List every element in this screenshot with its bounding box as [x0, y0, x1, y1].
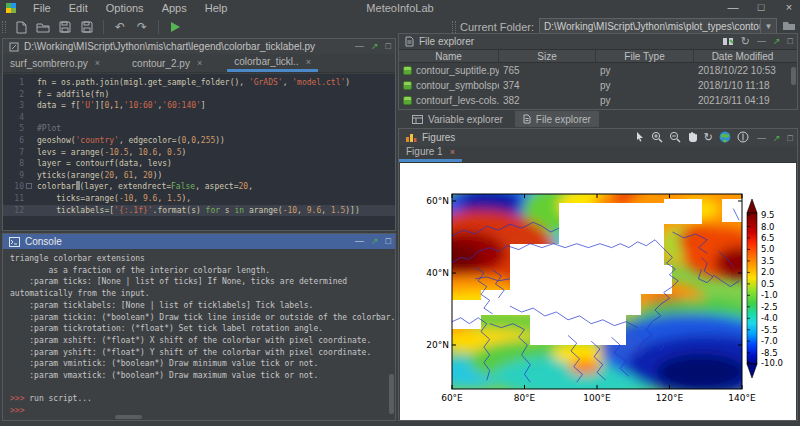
zoom-in-icon[interactable]	[651, 131, 663, 145]
close-icon[interactable]: ×	[450, 147, 455, 157]
console-line: :param ticks: [None | list of ticks] If …	[10, 276, 395, 288]
code-line[interactable]: 1fn = os.path.join(migl.get_sample_folde…	[3, 77, 395, 89]
code-line[interactable]: 9yticks(arange(20, 61, 20))	[3, 170, 395, 182]
maximize-icon[interactable]: □	[386, 237, 391, 246]
colorbar-tick-label: 9.5	[761, 210, 775, 220]
file-table-scrollbar[interactable]	[791, 67, 796, 85]
file-explorer-title: File explorer	[419, 36, 474, 47]
column-date-modified[interactable]: Date Modified	[694, 50, 791, 62]
close-icon[interactable]: ×	[306, 57, 311, 67]
window-maximize-button[interactable]: □	[754, 1, 768, 13]
fold-icon[interactable]	[26, 183, 32, 189]
console-line: as a fraction of the interior colorbar l…	[10, 265, 395, 277]
console-line	[10, 382, 395, 394]
save-as-icon[interactable]	[78, 19, 96, 35]
minimize-icon[interactable]: —	[355, 237, 364, 246]
file-row[interactable]: contour_suptitle.py765py2018/10/22 10:53	[399, 63, 797, 78]
colorbar: 9.5 8.0 6.5 5.0 3.5 2.0 0.5 -1.0 -2.5 -4…	[747, 199, 783, 378]
code-line[interactable]: 3data = f['U'][0,1,'10:60','60:140']	[3, 100, 395, 112]
app-logo-icon	[6, 3, 16, 13]
console-title: Console	[25, 236, 62, 247]
chevron-down-icon[interactable]: ▼	[760, 19, 776, 34]
column-size[interactable]: Size	[499, 50, 596, 62]
file-table[interactable]: contour_suptitle.py765py2018/10/22 10:53…	[399, 63, 797, 111]
maximize-icon[interactable]: □	[386, 42, 391, 51]
new-file-icon[interactable]	[12, 19, 30, 35]
tab-colorbar-ticklabel[interactable]: colorbar_tickl..×	[227, 54, 318, 72]
code-editor[interactable]: 1fn = os.path.join(migl.get_sample_folde…	[3, 74, 395, 230]
colorbar-tick-label: -1.0	[761, 290, 778, 300]
tab-variable-explorer[interactable]: Variable explorer	[404, 111, 511, 127]
code-line[interactable]: 12 ticklabels=['{:.1f}'.format(s) for s …	[3, 205, 395, 217]
data-probe-icon[interactable]	[737, 131, 749, 145]
close-icon[interactable]: ×	[95, 58, 100, 68]
code-line[interactable]: 4	[3, 112, 395, 124]
minimize-icon[interactable]: —	[355, 42, 364, 51]
colorbar-tick-label: 2.0	[761, 267, 775, 277]
pan-hand-icon[interactable]	[687, 131, 698, 145]
open-in-editor-icon[interactable]	[722, 36, 734, 48]
select-cursor-icon[interactable]	[635, 131, 645, 144]
console-horizontal-scrollbar[interactable]	[115, 415, 142, 419]
window-close-button[interactable]: ×	[782, 1, 796, 13]
code-line[interactable]: 7levs = arange(-10.5, 10.6, 0.5)	[3, 147, 395, 159]
editor-title-bar: D:\Working\MIScript\Jython\mis\chart\leg…	[3, 39, 395, 54]
browse-folder-icon[interactable]	[782, 20, 796, 33]
line-number: 3	[3, 100, 24, 112]
code-line[interactable]: 2f = addfile(fn)	[3, 89, 395, 101]
open-folder-icon[interactable]	[34, 19, 52, 35]
undo-icon[interactable]: ↶	[111, 19, 129, 35]
code-line[interactable]: 6geoshow('country', edgecolor=(0,0,255))	[3, 135, 395, 147]
redo-icon[interactable]: ↷	[133, 19, 151, 35]
y-tick-label: 40°N	[426, 268, 449, 278]
globe-icon[interactable]	[719, 131, 731, 145]
column-file-type[interactable]: File Type	[596, 50, 694, 62]
menu-help[interactable]: Help	[196, 1, 237, 15]
file-row[interactable]: contour_symbolspe...374py2018/1/10 11:18	[399, 78, 797, 93]
figures-panel: Figures ↻ — ↗ □ Figure 1×	[398, 128, 798, 421]
menu-options[interactable]: Options	[97, 1, 153, 15]
contour-map-figure[interactable]: 60°E 80°E 100°E 120°E 140°E 60°N 40°N 20…	[400, 163, 796, 420]
maximize-icon[interactable]: □	[788, 37, 793, 46]
code-line[interactable]: 10colorbar(layer, extendrect=False, aspe…	[3, 181, 395, 193]
zoom-out-icon[interactable]	[669, 131, 681, 145]
console-output[interactable]: triangle colorbar extensions as a fracti…	[3, 250, 395, 420]
float-icon[interactable]: ↗	[371, 42, 379, 51]
run-script-icon[interactable]	[166, 19, 184, 35]
float-icon[interactable]: ↗	[773, 37, 781, 46]
file-row[interactable]: contourf_levs-cols.py382py2021/3/11 04:1…	[399, 93, 797, 108]
colorbar-tick-label: -2.5	[761, 302, 778, 312]
refresh-icon[interactable]: ↻	[741, 36, 750, 47]
tab-figure-1[interactable]: Figure 1×	[399, 144, 462, 162]
float-icon[interactable]: ↗	[371, 237, 379, 246]
maximize-icon[interactable]: □	[788, 133, 793, 143]
page-icon	[523, 114, 531, 124]
current-folder-value[interactable]: D:\Working\MIScript\Jython\mis\plot_type…	[540, 21, 760, 32]
code-line[interactable]: 8layer = contourf(data, levs)	[3, 158, 395, 170]
float-icon[interactable]: ↗	[773, 133, 781, 143]
explorer-tab-bar: Variable explorer File explorer	[398, 110, 798, 128]
menu-file[interactable]: File	[24, 1, 60, 15]
menu-apps[interactable]: Apps	[153, 1, 196, 15]
terminal-icon	[9, 237, 20, 247]
tab-contour-2[interactable]: contour_2.py×	[125, 54, 209, 72]
colorbar-tick-label: 8.0	[761, 222, 775, 232]
chart-icon	[405, 132, 417, 143]
figure-canvas-area[interactable]: 60°E 80°E 100°E 120°E 140°E 60°N 40°N 20…	[400, 163, 796, 420]
column-name[interactable]: Name	[399, 50, 499, 62]
save-icon[interactable]	[56, 19, 74, 35]
console-vertical-scrollbar[interactable]	[389, 374, 394, 414]
code-line[interactable]: 5#Plot	[3, 123, 395, 135]
close-icon[interactable]: ×	[197, 58, 202, 68]
line-number: 4	[3, 112, 24, 124]
minimize-icon[interactable]: —	[757, 37, 766, 46]
tab-file-explorer[interactable]: File explorer	[515, 111, 599, 127]
tab-surf-sombrero[interactable]: surf_sombrero.py×	[3, 54, 107, 72]
console-prompt: >>>	[10, 394, 29, 403]
menu-edit[interactable]: Edit	[60, 1, 97, 15]
minimize-icon[interactable]: —	[757, 133, 766, 143]
code-line[interactable]: 11 ticks=arange(-10, 9.6, 1.5),	[3, 193, 395, 205]
console-line: :param ticklabels: [None | list of tickl…	[10, 300, 395, 312]
window-minimize-button[interactable]: —	[726, 1, 740, 13]
rotate-icon[interactable]: ↻	[704, 131, 713, 144]
